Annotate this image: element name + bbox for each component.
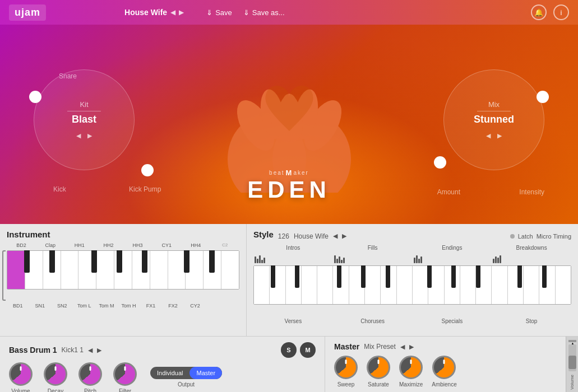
individual-button[interactable]: Individual [150, 367, 189, 379]
key-sn2[interactable] [43, 251, 61, 289]
cat-verses: Verses [253, 318, 333, 324]
cat-endings: Endings [413, 245, 492, 251]
maker-label: M [286, 169, 293, 177]
s-button[interactable]: S [281, 342, 297, 358]
master-next-button[interactable]: ▶ [409, 343, 414, 351]
kit-prev-button[interactable]: ◀ [76, 132, 81, 139]
style-key-10[interactable] [397, 266, 413, 304]
key-cy2[interactable] [150, 251, 168, 289]
label-cy1: CY1 [152, 242, 181, 248]
style-key-16[interactable] [492, 266, 507, 304]
maximize-label: Maximize [399, 381, 423, 388]
style-key-17[interactable] [508, 266, 524, 304]
style-bpm: 126 [278, 232, 289, 240]
pitch-label: Pitch [84, 388, 96, 392]
key-extra3[interactable] [204, 251, 221, 289]
notifications-button[interactable]: 🔔 [531, 4, 547, 20]
style-key-12[interactable] [428, 266, 444, 304]
label-fx1-bottom: FX1 [140, 303, 162, 309]
amount-knob[interactable] [434, 156, 446, 169]
pitch-knob[interactable] [78, 362, 102, 386]
ambience-knob[interactable] [432, 356, 456, 379]
snare-label: Snare [59, 72, 77, 80]
decay-knob[interactable] [44, 362, 67, 386]
master-button[interactable]: Master [189, 367, 222, 379]
preset-prev-button[interactable]: ◀ [170, 8, 175, 16]
saturate-label: Saturate [368, 381, 389, 388]
style-key-4[interactable] [302, 266, 317, 304]
key-bd1[interactable] [7, 251, 25, 289]
vbar [261, 260, 263, 263]
style-key-9[interactable] [381, 266, 396, 304]
cat-choruses: Choruses [333, 318, 413, 324]
style-key-3[interactable] [286, 266, 302, 304]
label-sn1-bottom: SN1 [29, 303, 52, 309]
style-key-8[interactable] [365, 266, 381, 304]
intensity-knob[interactable] [537, 91, 549, 103]
key-tomh[interactable] [96, 251, 114, 289]
style-key-1[interactable] [254, 266, 270, 304]
kick-knob[interactable] [141, 164, 154, 176]
master-knobs: Sweep Saturate Maximize Ambience [334, 356, 557, 388]
instrument-section: Instrument BD2 Clap HH1 HH2 HH3 CY1 HH4 … [0, 224, 247, 336]
style-key-2[interactable] [270, 266, 285, 304]
kick-prev-button[interactable]: ◀ [88, 347, 93, 354]
save-button[interactable]: ⇓ Save [206, 8, 232, 17]
mix-label: Mix [488, 100, 500, 109]
preset-next-button[interactable]: ▶ [179, 8, 184, 16]
master-prev-button[interactable]: ◀ [400, 343, 405, 351]
style-key-18[interactable] [524, 266, 539, 304]
snare-knob[interactable] [29, 91, 41, 103]
kick-next-button[interactable]: ▶ [97, 347, 101, 354]
master-header: Master Mix Preset ◀ ▶ [334, 342, 557, 351]
label-hh1: HH1 [65, 242, 94, 248]
volume-slider-thumb[interactable] [568, 356, 576, 369]
volume-knob[interactable] [9, 362, 33, 386]
bass-drum-knobs: Volume Decay Pitch Filter [9, 362, 137, 392]
style-key-11[interactable] [413, 266, 428, 304]
key-toml[interactable] [61, 251, 79, 289]
kit-next-button[interactable]: ▶ [87, 132, 92, 139]
style-key-6[interactable] [333, 266, 349, 304]
volume-label-vertical: Volume [570, 375, 575, 390]
kit-separator [67, 111, 101, 111]
style-prev-button[interactable]: ◀ [333, 232, 337, 240]
amount-label: Amount [437, 188, 460, 196]
m-button[interactable]: M [300, 342, 316, 358]
mix-arrows: ◀ ▶ [486, 132, 502, 139]
style-key-20[interactable] [556, 266, 571, 304]
vbar [257, 259, 258, 263]
style-key-7[interactable] [349, 266, 365, 304]
mix-separator [477, 111, 511, 111]
key-fx1[interactable] [114, 251, 132, 289]
sweep-knob[interactable] [334, 356, 358, 379]
style-key-14[interactable] [460, 266, 476, 304]
volume-slider-track[interactable] [568, 344, 576, 371]
saturate-knob[interactable] [367, 356, 390, 379]
key-sn1[interactable] [25, 251, 43, 289]
save-as-button[interactable]: ⇓ Save as... [243, 8, 285, 17]
mix-next-button[interactable]: ▶ [497, 132, 502, 139]
info-button[interactable]: i [553, 4, 569, 20]
sweep-label: Sweep [337, 381, 355, 388]
maximize-knob[interactable] [399, 356, 423, 379]
vel-group-3 [413, 253, 492, 263]
vel-group-4 [492, 253, 571, 263]
key-extra4[interactable] [221, 251, 239, 289]
save-as-icon: ⇓ [243, 8, 249, 17]
style-key-15[interactable] [476, 266, 492, 304]
key-fx2[interactable] [132, 251, 150, 289]
mix-prev-button[interactable]: ◀ [486, 132, 491, 139]
style-next-button[interactable]: ▶ [342, 232, 346, 240]
kit-arrows: ◀ ▶ [76, 132, 92, 139]
style-key-13[interactable] [445, 266, 460, 304]
style-key-19[interactable] [539, 266, 555, 304]
key-extra1[interactable] [168, 251, 186, 289]
key-tomm[interactable] [78, 251, 96, 289]
volume-label: Volume [11, 388, 30, 392]
label-tomm-bottom: Tom M [95, 303, 118, 309]
key-extra2[interactable] [186, 251, 204, 289]
filter-knob[interactable] [113, 362, 137, 386]
style-key-5[interactable] [317, 266, 333, 304]
volume-slider-arrow-up[interactable]: ▲ [568, 340, 576, 342]
